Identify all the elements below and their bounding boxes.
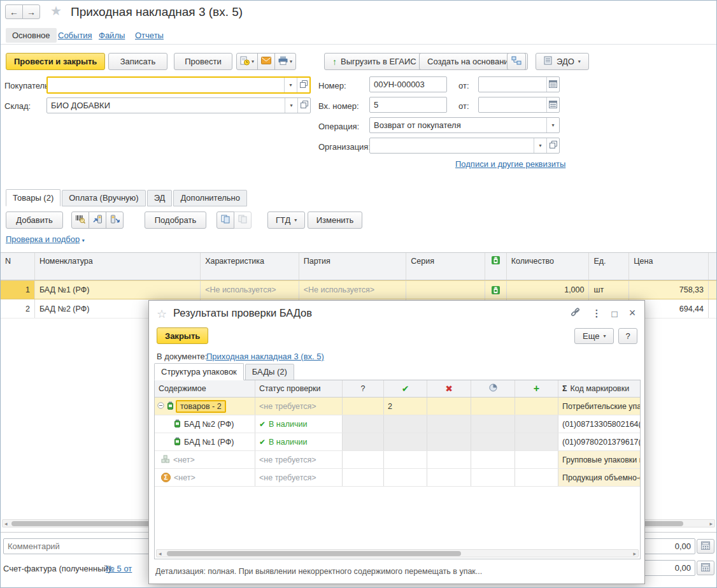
warehouse-dropdown[interactable]: ▾ [285,98,297,113]
col-n[interactable]: N [1,253,35,280]
scrollbar-thumb[interactable] [167,551,461,556]
col-found[interactable]: ✔ [384,380,427,397]
scroll-left-icon[interactable]: ◂ [4,520,8,528]
collapse-icon[interactable] [157,402,164,411]
tab-package-structure[interactable]: Структура упаковок [154,363,244,380]
post-and-close-button[interactable]: Провести и закрыть [6,53,105,70]
buyer-combo[interactable]: ▾ [46,76,311,94]
dialog-table-hscrollbar[interactable]: ◂ ▸ [156,549,639,557]
tab-goods[interactable]: Товары (2) [6,189,60,206]
maximize-icon[interactable]: □ [607,307,621,320]
organization-open-button[interactable] [546,138,559,153]
page-title: Приходная накладная 3 (вх. 5) [71,5,243,19]
edo-button[interactable]: ЭДО ▾ [536,53,589,70]
barcode-scan-button[interactable] [71,212,89,229]
copy-rows-button[interactable] [217,212,234,229]
send-mail-button[interactable] [257,53,275,70]
paste-rows-button[interactable] [234,212,252,229]
signatures-link[interactable]: Подписи и другие реквизиты [455,159,565,169]
table-row[interactable]: Σ <нет> <не требуется> Продукция объемно… [155,469,640,487]
forward-button[interactable]: → [22,4,40,19]
calendar-button[interactable] [546,77,559,92]
col-unit[interactable]: Ед. [589,253,629,280]
post-button[interactable]: Провести [174,53,232,70]
get-link-button[interactable] [568,307,582,320]
col-series[interactable]: Серия [406,253,485,280]
table-row[interactable]: товаров - 2 <не требуется> 2 Потребитель… [155,398,640,415]
nav-link-files[interactable]: Файлы [99,31,125,40]
organization-combo[interactable]: ▾ [369,138,560,154]
col-unchecked[interactable]: ? [343,380,384,397]
table-row[interactable]: БАД №1 (РФ) ✔В наличии (01)0978020137961… [155,433,640,451]
dialog-close-button[interactable]: Закрыть [157,327,208,344]
col-price[interactable]: Цена [629,253,709,280]
add-item-button[interactable]: Добавить [6,212,63,229]
back-button[interactable]: ← [5,4,23,19]
operation-value: Возврат от покупателя [370,118,546,133]
col-pending[interactable] [471,380,515,397]
more-button[interactable]: Еще ▾ [574,328,614,344]
col-nomenclature[interactable]: Номенклатура [35,253,201,280]
table-row[interactable]: <нет> <не требуется> Групповые упаковки … [155,451,640,469]
check-and-pick-link[interactable]: Проверка и подбор ▾ [6,234,85,244]
cell-extra-found [515,433,558,450]
date-field[interactable] [478,76,560,92]
calendar-button[interactable] [546,97,559,112]
in-number-field[interactable]: 5 [369,97,447,113]
nav-link-events[interactable]: События [58,31,92,40]
gtd-button[interactable]: ГТД ▾ [267,212,305,229]
col-marking[interactable] [485,253,507,280]
kebab-menu-icon[interactable]: ⋮ [590,307,604,320]
table-row[interactable]: 1 БАД №1 (РФ) <Не используется> <Не испо… [1,280,717,299]
close-icon[interactable]: × [625,306,639,319]
operation-dropdown[interactable]: ▾ [546,118,559,133]
favorite-star-icon[interactable]: ☆ [157,307,167,321]
tab-ed[interactable]: ЭД [147,190,173,206]
nav-main[interactable]: Основное [6,28,57,43]
operation-combo[interactable]: Возврат от покупателя ▾ [369,117,560,133]
tab-bads[interactable]: БАДы (2) [245,364,294,380]
invoice-link[interactable]: № 5 от [106,564,132,573]
tab-additional[interactable]: Дополнительно [173,190,247,206]
calculator-button[interactable] [697,561,714,575]
edit-item-button[interactable]: Изменить [308,212,362,229]
scroll-right-icon[interactable]: ▸ [709,520,713,528]
col-not-found[interactable]: ✖ [427,380,471,397]
cell-found-count [384,469,427,486]
buyer-dropdown[interactable]: ▾ [284,78,297,92]
col-marking-code[interactable]: ΣКод маркировки [558,380,640,397]
nav-link-reports[interactable]: Отчеты [135,31,164,40]
tsd-unload-button[interactable] [106,212,124,229]
calculator-button[interactable] [697,539,714,554]
col-batch[interactable]: Партия [299,253,407,280]
upload-egais-button[interactable]: ↑ Выгрузить в ЕГАИС [324,53,425,70]
in-document-link[interactable]: Приходная накладная 3 (вх. 5) [206,352,324,361]
save-button[interactable]: Записать [108,53,167,70]
table-row[interactable]: БАД №2 (РФ) ✔В наличии (01)0871330580216… [155,415,640,433]
pick-items-button[interactable]: Подобрать [145,212,206,229]
caret-down-icon: ▾ [82,238,85,243]
scroll-right-icon[interactable]: ▸ [633,550,636,558]
col-status[interactable]: Статус проверки [255,380,343,397]
edo-document-icon [544,56,553,67]
tsd-load-button[interactable] [89,212,106,229]
tab-payment[interactable]: Оплата (Вручную) [62,190,145,206]
organization-dropdown[interactable]: ▾ [534,138,546,153]
related-documents-button[interactable] [507,53,526,70]
print-button[interactable]: ▾ [274,53,296,70]
col-extra-found[interactable]: + [515,380,558,397]
caret-down-icon: ▾ [290,59,292,64]
buyer-open-button[interactable] [297,78,309,92]
warehouse-combo[interactable]: БИО ДОБАВКИ ▾ [46,97,311,113]
cell-pending [471,469,515,486]
in-date-field[interactable] [478,97,560,113]
favorite-star-icon[interactable]: ★ [50,3,62,18]
col-content[interactable]: Содержимое [155,380,255,397]
col-quantity[interactable]: Количество [507,253,590,280]
help-button[interactable]: ? [618,328,637,344]
warehouse-open-button[interactable] [297,98,310,113]
col-characteristic[interactable]: Характеристика [201,253,299,280]
number-field[interactable]: 00УН-000003 [369,76,447,92]
scroll-left-icon[interactable]: ◂ [159,550,162,558]
posting-details-button[interactable]: ▾ [236,53,258,70]
